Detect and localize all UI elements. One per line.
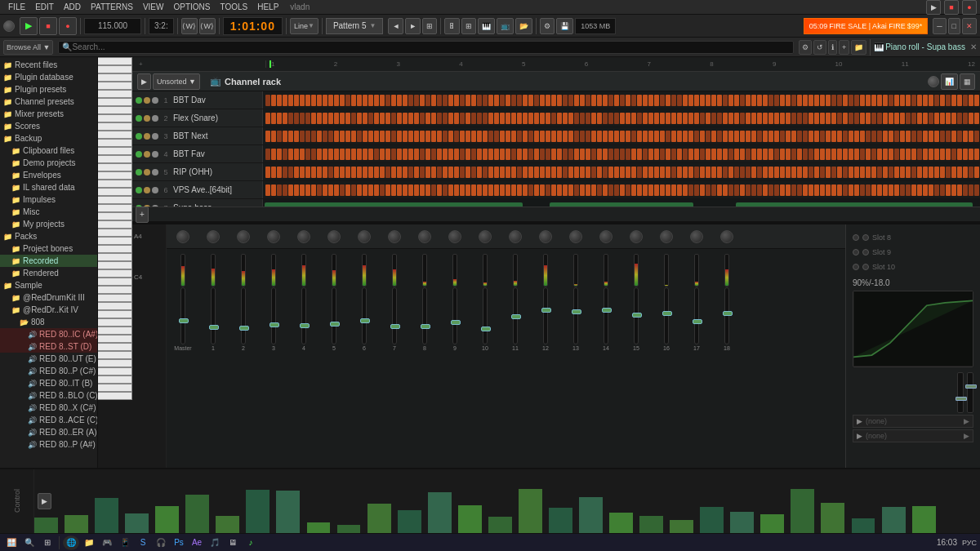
beat-block-5-55[interactable]: [580, 167, 585, 178]
tb2-add[interactable]: +: [839, 40, 849, 55]
ch-pattern-4[interactable]: [263, 145, 980, 162]
beat-block-3-96[interactable]: [814, 131, 819, 142]
beat-block-1-102[interactable]: [849, 95, 853, 106]
beat-block-5-100[interactable]: [837, 167, 842, 178]
beat-block-4-2[interactable]: [277, 149, 282, 160]
beat-block-4-79[interactable]: [717, 149, 722, 160]
beat-block-6-80[interactable]: [723, 184, 728, 196]
beat-block-1-38[interactable]: [483, 95, 488, 106]
beat-block-5-20[interactable]: [380, 167, 385, 178]
beat-block-5-14[interactable]: [345, 167, 350, 178]
beat-block-1-93[interactable]: [797, 95, 802, 106]
ch-pattern-2[interactable]: [263, 109, 980, 127]
beat-block-5-15[interactable]: [351, 167, 356, 178]
beat-block-2-75[interactable]: [694, 113, 699, 124]
beat-block-2-100[interactable]: [837, 113, 842, 124]
mx-fader-thumb-11[interactable]: [511, 314, 521, 319]
eq-dot-10[interactable]: [853, 264, 859, 270]
eq-dot-9[interactable]: [853, 249, 859, 256]
mx-fader-thumb-7[interactable]: [390, 324, 400, 329]
mx-fader-thumb-16[interactable]: [662, 311, 672, 316]
beat-block-4-46[interactable]: [528, 149, 533, 160]
mx-fader-17[interactable]: [694, 287, 699, 344]
rack-vol-knob[interactable]: [928, 76, 939, 87]
beat-block-3-34[interactable]: [460, 131, 465, 142]
beat-block-2-6[interactable]: [300, 113, 305, 124]
beat-block-1-33[interactable]: [454, 95, 459, 106]
snap-btn[interactable]: ⟨W⟩: [181, 18, 198, 34]
mx-fader-14[interactable]: [604, 287, 608, 344]
beat-block-3-57[interactable]: [591, 131, 596, 142]
mx-fader-thumb-13[interactable]: [572, 309, 581, 314]
mx-knob-15[interactable]: [630, 230, 643, 243]
ch-env-5[interactable]: [152, 169, 158, 176]
sidebar-item-20[interactable]: 📁@RedDr..Kit IV: [0, 304, 97, 316]
beat-block-5-54[interactable]: [574, 167, 579, 178]
beat-block-5-102[interactable]: [849, 167, 853, 178]
mx-knob-4[interactable]: [297, 230, 310, 243]
tb2-tools[interactable]: ⚙: [799, 40, 812, 55]
beat-block-3-13[interactable]: [340, 131, 345, 142]
beat-block-5-24[interactable]: [403, 167, 408, 178]
beat-block-6-14[interactable]: [345, 184, 350, 196]
beat-block-5-94[interactable]: [803, 167, 808, 178]
beat-block-6-10[interactable]: [323, 184, 327, 196]
beat-block-1-94[interactable]: [803, 95, 808, 106]
beat-block-4-14[interactable]: [345, 149, 350, 160]
beat-block-5-75[interactable]: [694, 167, 699, 178]
beat-block-1-11[interactable]: [328, 95, 333, 106]
beat-block-3-109[interactable]: [889, 131, 893, 142]
beat-block-4-25[interactable]: [408, 149, 413, 160]
mx-fader-12[interactable]: [543, 287, 548, 344]
beat-block-3-73[interactable]: [683, 131, 688, 142]
beat-block-4-39[interactable]: [488, 149, 493, 160]
piano-key-B4[interactable]: [98, 229, 132, 237]
beat-block-2-95[interactable]: [808, 113, 813, 124]
beat-block-1-115[interactable]: [923, 95, 928, 106]
beat-block-6-86[interactable]: [757, 184, 762, 196]
beat-block-5-37[interactable]: [477, 167, 482, 178]
beat-block-3-2[interactable]: [277, 131, 282, 142]
beat-block-6-118[interactable]: [940, 184, 945, 196]
beat-block-2-84[interactable]: [746, 113, 751, 124]
beat-block-6-90[interactable]: [780, 184, 785, 196]
beat-block-4-108[interactable]: [883, 149, 888, 160]
tb2-refresh[interactable]: ↺: [813, 40, 826, 55]
beat-block-2-9[interactable]: [317, 113, 322, 124]
beat-block-4-118[interactable]: [940, 149, 945, 160]
beat-block-3-68[interactable]: [654, 131, 659, 142]
ch-solo-5[interactable]: [144, 169, 150, 176]
beat-block-2-124[interactable]: [974, 113, 979, 124]
beat-block-6-46[interactable]: [528, 184, 533, 196]
beat-block-2-53[interactable]: [568, 113, 573, 124]
mx-knob-18[interactable]: [720, 230, 733, 243]
beat-block-3-62[interactable]: [620, 131, 625, 142]
beat-block-1-27[interactable]: [420, 95, 425, 106]
taskbar-app4[interactable]: 🖥: [225, 535, 241, 550]
beat-block-4-109[interactable]: [889, 149, 893, 160]
sidebar-item-12[interactable]: 📁Misc: [0, 206, 97, 218]
beat-block-1-85[interactable]: [751, 95, 756, 106]
beat-block-6-44[interactable]: [517, 184, 522, 196]
beat-block-4-1[interactable]: [271, 149, 276, 160]
beat-block-5-48[interactable]: [540, 167, 545, 178]
mx-knob-14[interactable]: [599, 230, 612, 243]
beat-block-6-114[interactable]: [917, 184, 922, 196]
beat-block-6-19[interactable]: [374, 184, 379, 196]
sidebar-item-29[interactable]: 🔊RED 8..ACE (C): [0, 414, 97, 426]
beat-block-4-3[interactable]: [283, 149, 287, 160]
beat-block-3-3[interactable]: [283, 131, 287, 142]
beat-block-4-45[interactable]: [523, 149, 528, 160]
beat-block-3-23[interactable]: [397, 131, 402, 142]
beat-block-1-6[interactable]: [300, 95, 305, 106]
beat-block-3-119[interactable]: [946, 131, 951, 142]
beat-block-2-79[interactable]: [717, 113, 722, 124]
piano-key-F2[interactable]: [98, 367, 132, 375]
beat-block-3-95[interactable]: [808, 131, 813, 142]
beat-block-3-17[interactable]: [363, 131, 368, 142]
beat-block-1-86[interactable]: [757, 95, 762, 106]
beat-block-3-118[interactable]: [940, 131, 945, 142]
beat-block-2-50[interactable]: [551, 113, 556, 124]
beat-block-2-22[interactable]: [391, 113, 396, 124]
sidebar-item-15[interactable]: 📁Project bones: [0, 242, 97, 255]
